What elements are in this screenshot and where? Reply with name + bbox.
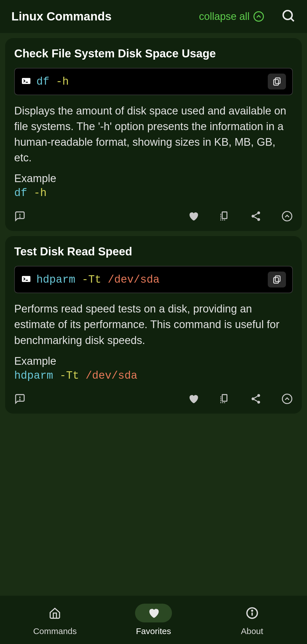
svg-point-31 <box>252 610 252 611</box>
copy-icon <box>272 275 282 284</box>
chevron-up-circle-icon <box>281 211 293 222</box>
home-icon <box>49 607 61 619</box>
svg-rect-19 <box>274 278 279 283</box>
favorite-button[interactable] <box>188 211 199 222</box>
svg-point-1 <box>283 11 292 19</box>
collapse-card-button[interactable] <box>281 211 293 222</box>
copy-all-button[interactable] <box>219 393 230 405</box>
page-title: Linux Commands <box>11 10 199 23</box>
content-area: Check File System Disk Space Usage df -h… <box>0 33 307 596</box>
example-opt: -h <box>34 187 47 199</box>
chevron-up-circle-icon <box>281 393 293 405</box>
bottom-nav: Commands Favorites About <box>0 596 307 644</box>
svg-rect-5 <box>275 78 280 84</box>
copy-button[interactable] <box>268 74 286 89</box>
svg-point-25 <box>257 401 260 403</box>
example-opt: -Tt <box>60 370 79 382</box>
chevron-up-circle-icon <box>253 11 264 22</box>
copy-stack-icon <box>219 393 230 405</box>
card-actions <box>14 391 293 405</box>
card-description: Performs read speed tests on a disk, pro… <box>14 301 293 348</box>
code-cmd: hdparm <box>36 274 75 286</box>
nav-about[interactable]: About <box>203 604 301 636</box>
search-button[interactable] <box>281 9 296 24</box>
report-button[interactable] <box>14 211 26 222</box>
copy-stack-icon <box>219 211 230 222</box>
collapse-all-label: collapse all <box>199 11 250 22</box>
svg-rect-9 <box>222 212 227 218</box>
nav-commands[interactable]: Commands <box>6 604 104 636</box>
terminal-icon <box>21 76 31 87</box>
example-code: df -h <box>14 187 293 199</box>
card-title: Check File System Disk Space Usage <box>14 47 293 60</box>
collapse-all-button[interactable]: collapse all <box>199 11 264 22</box>
code-opt: -Tt <box>82 274 101 286</box>
terminal-icon <box>21 274 31 285</box>
code-arg: /dev/sda <box>108 274 159 286</box>
copy-icon <box>272 77 282 86</box>
report-button[interactable] <box>14 393 26 405</box>
code-block: df -h <box>14 68 293 95</box>
svg-point-10 <box>257 212 260 214</box>
svg-line-14 <box>254 217 258 219</box>
share-button[interactable] <box>250 393 262 405</box>
copy-all-button[interactable] <box>219 211 230 222</box>
svg-point-23 <box>257 394 260 397</box>
example-code: hdparm -Tt /dev/sda <box>14 370 293 382</box>
code-cmd: df <box>36 76 49 88</box>
svg-line-27 <box>254 399 258 401</box>
report-icon <box>14 211 26 222</box>
card-description: Displays the amount of disk space used a… <box>14 103 293 166</box>
svg-line-26 <box>254 396 258 398</box>
heart-icon <box>147 607 160 619</box>
copy-button[interactable] <box>268 272 286 287</box>
example-cmd: hdparm <box>14 370 53 382</box>
report-icon <box>14 393 26 405</box>
heart-icon <box>188 211 199 222</box>
svg-rect-6 <box>274 80 279 85</box>
svg-point-0 <box>254 12 263 21</box>
svg-line-2 <box>291 18 294 21</box>
card-title: Test Disk Read Speed <box>14 245 293 258</box>
svg-line-13 <box>254 214 258 216</box>
heart-icon <box>188 393 199 405</box>
nav-label: About <box>241 626 263 636</box>
svg-point-28 <box>282 394 292 403</box>
svg-rect-18 <box>275 276 280 282</box>
search-icon <box>281 9 296 23</box>
nav-favorites[interactable]: Favorites <box>105 604 202 636</box>
svg-point-15 <box>282 212 292 221</box>
app-header: Linux Commands collapse all <box>0 0 307 33</box>
svg-rect-16 <box>22 276 30 282</box>
svg-point-11 <box>252 215 254 218</box>
command-card: Check File System Disk Space Usage df -h… <box>5 38 302 231</box>
favorite-button[interactable] <box>188 393 199 405</box>
svg-point-21 <box>20 399 20 400</box>
command-card: Test Disk Read Speed hdparm -Tt /dev/sda… <box>5 236 302 413</box>
example-label: Example <box>14 355 293 367</box>
collapse-card-button[interactable] <box>281 393 293 405</box>
code-opt: -h <box>56 76 69 88</box>
nav-label: Commands <box>33 626 77 636</box>
svg-point-24 <box>252 397 254 400</box>
code-block: hdparm -Tt /dev/sda <box>14 266 293 293</box>
nav-label: Favorites <box>136 626 171 636</box>
info-icon <box>246 607 258 619</box>
share-icon <box>250 211 262 222</box>
svg-point-8 <box>20 217 20 218</box>
share-icon <box>250 393 262 405</box>
example-cmd: df <box>14 187 27 199</box>
svg-rect-22 <box>222 395 227 401</box>
card-actions <box>14 208 293 222</box>
example-arg: /dev/sda <box>86 370 137 382</box>
svg-rect-3 <box>22 78 30 84</box>
code-text: df -h <box>36 76 263 88</box>
svg-point-12 <box>257 218 260 221</box>
example-label: Example <box>14 172 293 185</box>
share-button[interactable] <box>250 211 262 222</box>
code-text: hdparm -Tt /dev/sda <box>36 274 263 286</box>
